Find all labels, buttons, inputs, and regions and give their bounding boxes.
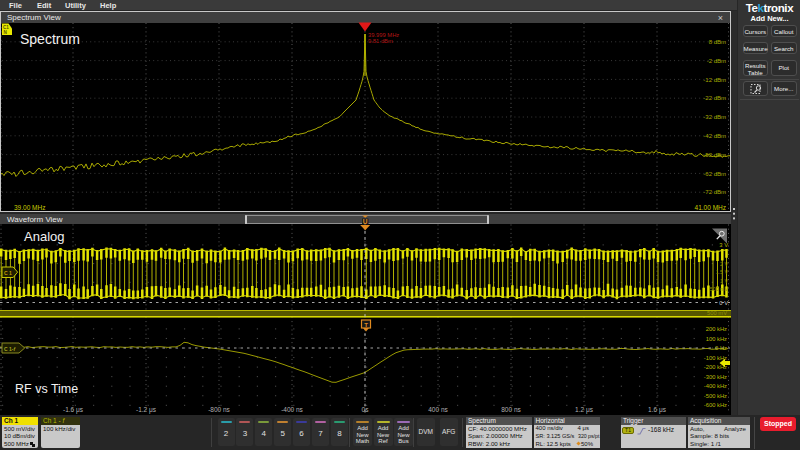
svg-text:-1.2 μs: -1.2 μs xyxy=(136,405,157,413)
svg-text:-2 dBm: -2 dBm xyxy=(707,58,726,64)
svg-text:800 ns: 800 ns xyxy=(501,405,521,412)
svg-text:-72 dBm: -72 dBm xyxy=(703,189,726,195)
svg-text:1.6 μs: 1.6 μs xyxy=(648,405,667,413)
svg-text:-400 ns: -400 ns xyxy=(281,405,303,412)
svg-text:-400 kHz: -400 kHz xyxy=(704,383,727,389)
svg-text:39.00 MHz: 39.00 MHz xyxy=(14,204,45,211)
svg-text:-1.6 μs: -1.6 μs xyxy=(63,405,84,413)
svg-text:100 kHz: 100 kHz xyxy=(706,335,727,341)
svg-text:-42 dBm: -42 dBm xyxy=(703,133,726,139)
svg-text:1.5 V: 1.5 V xyxy=(716,269,729,275)
svg-text:Analog: Analog xyxy=(24,229,64,244)
svg-text:500 mV: 500 mV xyxy=(710,286,729,292)
svg-text:-100 kHz: -100 kHz xyxy=(704,354,727,360)
svg-text:-52 dBm: -52 dBm xyxy=(703,152,726,158)
svg-text:0s: 0s xyxy=(362,405,370,412)
svg-text:-300 kHz: -300 kHz xyxy=(704,373,727,379)
svg-text:-62 dBm: -62 dBm xyxy=(703,171,726,177)
svg-text:2 V: 2 V xyxy=(720,260,728,266)
svg-text:400 ns: 400 ns xyxy=(428,405,448,412)
svg-text:-12 dBm: -12 dBm xyxy=(703,77,726,83)
svg-text:C1: C1 xyxy=(3,25,9,30)
svg-text:41.00 MHz: 41.00 MHz xyxy=(695,204,726,211)
svg-text:-22 dBm: -22 dBm xyxy=(703,95,726,101)
svg-text:RF vs Time: RF vs Time xyxy=(15,382,78,396)
svg-text:3 V: 3 V xyxy=(719,241,728,247)
svg-text:8 dBm: 8 dBm xyxy=(709,39,726,45)
svg-text:1.2 μs: 1.2 μs xyxy=(575,405,594,413)
svg-text:-600 kHz: -600 kHz xyxy=(704,402,727,408)
svg-text:C 1: C 1 xyxy=(4,269,12,275)
svg-text:0 Hz: 0 Hz xyxy=(715,345,727,351)
svg-text:500 mV: 500 mV xyxy=(707,310,727,316)
svg-text:9.81 dBm: 9.81 dBm xyxy=(368,38,393,44)
svg-text:-800 ns: -800 ns xyxy=(208,405,230,412)
svg-text:0 V: 0 V xyxy=(719,299,728,305)
svg-text:-32 dBm: -32 dBm xyxy=(703,114,726,120)
svg-text:1 V: 1 V xyxy=(720,277,728,283)
svg-text:-500 kHz: -500 kHz xyxy=(704,392,727,398)
svg-text:C 1-f: C 1-f xyxy=(4,345,16,351)
svg-text:T: T xyxy=(364,321,368,327)
svg-text:200 kHz: 200 kHz xyxy=(706,326,727,332)
svg-text:U: U xyxy=(363,218,368,225)
svg-text:Spectrum: Spectrum xyxy=(20,31,80,47)
